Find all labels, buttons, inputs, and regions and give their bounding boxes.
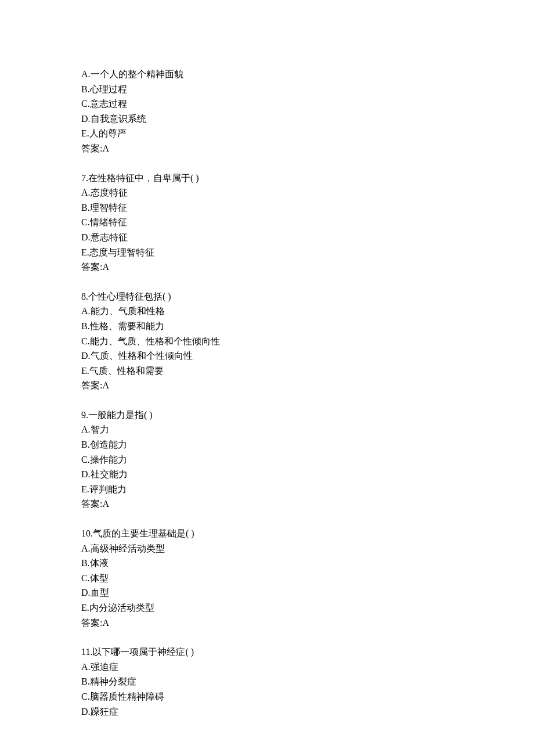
option-d: D.社交能力: [81, 467, 453, 482]
option-a: A.能力、气质和性格: [81, 304, 453, 319]
option-b: B.性格、需要和能力: [81, 319, 453, 334]
option-a: A.一个人的整个精神面貌: [81, 67, 453, 82]
option-c: C.体型: [81, 571, 453, 586]
answer: 答案:A: [81, 496, 453, 512]
option-a: A.强迫症: [81, 660, 453, 675]
option-c: C.情绪特征: [81, 215, 453, 230]
question-stem: 11.以下哪一项属于神经症( ): [81, 645, 453, 660]
option-e: E.人的尊严: [81, 126, 453, 141]
question-block: A.一个人的整个精神面貌 B.心理过程 C.意志过程 D.自我意识系统 E.人的…: [81, 67, 453, 156]
option-d: D.意志特征: [81, 230, 453, 245]
question-block: 11.以下哪一项属于神经症( ) A.强迫症 B.精神分裂症 C.脑器质性精神障…: [81, 645, 453, 719]
question-stem: 9.一般能力是指( ): [81, 408, 453, 423]
option-a: A.智力: [81, 422, 453, 437]
option-c: C.脑器质性精神障碍: [81, 689, 453, 704]
answer: 答案:A: [81, 260, 453, 275]
option-e: E.评判能力: [81, 482, 453, 497]
option-e: E.内分泌活动类型: [81, 600, 453, 615]
option-e: E.态度与理智特征: [81, 245, 453, 260]
option-d: D.自我意识系统: [81, 111, 453, 127]
option-a: A.高级神经活动类型: [81, 541, 453, 556]
option-e: E.气质、性格和需要: [81, 363, 453, 379]
question-stem: 8.个性心理特征包括( ): [81, 289, 453, 304]
option-b: B.创造能力: [81, 437, 453, 452]
option-a: A.态度特征: [81, 185, 453, 200]
question-block: 8.个性心理特征包括( ) A.能力、气质和性格 B.性格、需要和能力 C.能力…: [81, 289, 453, 393]
option-b: B.理智特征: [81, 200, 453, 215]
question-stem: 7.在性格特征中，自卑属于( ): [81, 171, 453, 186]
option-d: D.躁狂症: [81, 704, 453, 719]
option-b: B.心理过程: [81, 82, 453, 97]
option-d: D.气质、性格和个性倾向性: [81, 348, 453, 363]
option-c: C.能力、气质、性格和个性倾向性: [81, 334, 453, 349]
option-b: B.体液: [81, 556, 453, 571]
question-block: 10.气质的主要生理基础是( ) A.高级神经活动类型 B.体液 C.体型 D.…: [81, 526, 453, 630]
answer: 答案:A: [81, 378, 453, 393]
question-block: 9.一般能力是指( ) A.智力 B.创造能力 C.操作能力 D.社交能力 E.…: [81, 408, 453, 512]
answer: 答案:A: [81, 141, 453, 156]
option-d: D.血型: [81, 585, 453, 600]
question-stem: 10.气质的主要生理基础是( ): [81, 526, 453, 541]
question-block: 7.在性格特征中，自卑属于( ) A.态度特征 B.理智特征 C.情绪特征 D.…: [81, 171, 453, 275]
option-c: C.意志过程: [81, 96, 453, 111]
option-b: B.精神分裂症: [81, 674, 453, 689]
document-page: A.一个人的整个精神面貌 B.心理过程 C.意志过程 D.自我意识系统 E.人的…: [0, 0, 453, 719]
answer: 答案:A: [81, 615, 453, 631]
option-c: C.操作能力: [81, 452, 453, 467]
